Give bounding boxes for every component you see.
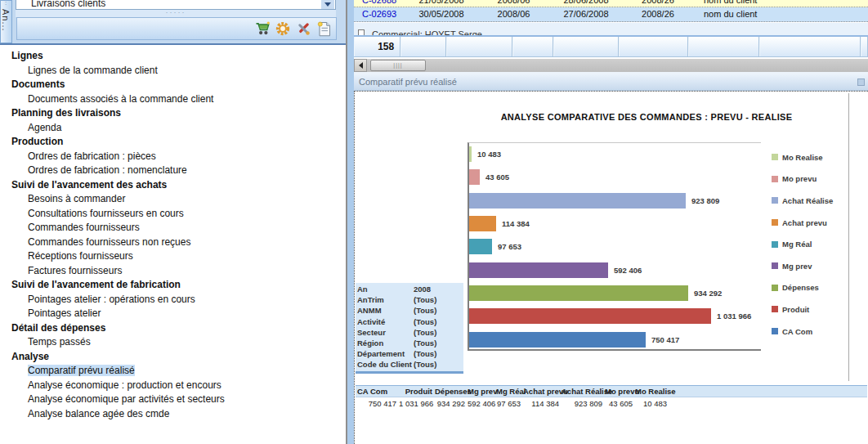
chart-bar-row: 114 384 (469, 216, 530, 231)
menu-header[interactable]: Planning des livraisons (0, 106, 346, 121)
filter-value: (Tous) (414, 317, 436, 328)
menu-item[interactable]: Documents associés à la commande client (0, 92, 346, 107)
filter-row[interactable]: Activité(Tous) (356, 317, 463, 328)
collapsed-pane-tab[interactable]: : An... (0, 0, 12, 43)
menu-header[interactable]: Détail des dépenses (0, 321, 346, 336)
cell-id: C-02688 (354, 0, 405, 7)
menu-label: Ordres de fabrication : pièces (28, 150, 156, 162)
chart-panel: ANALYSE COMPARATIVE DES COMMANDES : PREV… (354, 91, 868, 444)
legend-swatch-icon (772, 197, 778, 204)
menu-header[interactable]: Documents (0, 78, 346, 92)
menu-label: Planning des livraisons (11, 107, 121, 119)
bar-value-label: 43 605 (485, 173, 509, 182)
filter-row[interactable]: An2008 (356, 285, 463, 295)
filter-row[interactable]: ANMM(Tous) (356, 306, 463, 316)
group-row[interactable]: Commercial: HOYET Serge (354, 23, 868, 37)
scrollbar-thumb[interactable]: |||| (370, 60, 426, 71)
menu-item[interactable]: Pointages atelier (0, 307, 346, 321)
horizontal-scrollbar[interactable]: |||| (354, 59, 868, 72)
pivot-value-cell: 43 605 (605, 397, 635, 410)
bar-value-label: 592 406 (614, 266, 642, 275)
menu-item[interactable]: Analyse économique par activités et sect… (0, 392, 346, 407)
row-cells: C-0268821/05/20082008/0628/06/20082008/2… (354, 0, 868, 7)
splitter-dots-icon[interactable]: ····· (16, 10, 336, 17)
menu-item[interactable]: Comparatif prévu réalisé (0, 364, 346, 379)
toolbar (16, 17, 337, 40)
filter-row[interactable]: Région(Tous) (356, 339, 463, 349)
menu-header[interactable]: Analyse (0, 350, 346, 365)
pivot-value-cell: 923 809 (562, 397, 605, 410)
menu-item[interactable]: Ordres de fabrication : nomenclature (0, 164, 346, 178)
report-panel-title: Comparatif prévu réalisé (359, 77, 457, 87)
chart-bar-row: 592 406 (469, 262, 642, 278)
summary-cell (400, 37, 446, 56)
legend-label: Achat prevu (782, 218, 827, 227)
pivot-header-cell: Achat prevu (523, 386, 562, 397)
menu-header[interactable]: Suivi de l'avancement des achats (0, 178, 346, 193)
menu-item[interactable]: Commandes fournisseurs (0, 221, 346, 235)
menu-label: Lignes (11, 50, 43, 61)
legend-swatch-icon (772, 285, 778, 291)
table-row[interactable]: C-0269330/05/20082008/0627/06/20082008/2… (354, 7, 868, 22)
menu-label: Documents associés à la commande client (28, 93, 213, 105)
group-expand-checkbox[interactable] (358, 29, 365, 36)
menu-item[interactable]: Lignes de la commande client (0, 64, 346, 78)
gear-icon[interactable] (275, 20, 291, 37)
menu-item[interactable]: Agenda (0, 121, 346, 136)
legend-entry: Achat prevu (772, 212, 833, 234)
legend-label: Mg Réal (782, 240, 812, 249)
summary-row: 158 (354, 37, 868, 57)
filter-value: 2008 (414, 285, 431, 295)
menu-label: Suivi de l'avancement de fabrication (11, 279, 181, 290)
chart-bar (469, 193, 686, 209)
table-row[interactable]: C-0268821/05/20082008/0628/06/20082008/2… (354, 0, 868, 7)
tools-icon[interactable] (295, 20, 311, 37)
cart-icon[interactable] (254, 20, 271, 37)
report-icon[interactable] (315, 20, 332, 37)
menu-item[interactable]: Analyse balance agée des cmde (0, 407, 346, 422)
panel-resize-button[interactable] (857, 78, 865, 86)
menu-item[interactable]: Réceptions fournisseurs (0, 249, 346, 264)
scroll-left-arrow-icon[interactable] (354, 59, 367, 72)
filter-row[interactable]: Code du Client(Tous) (356, 360, 463, 370)
menu-item[interactable]: Analyse économique : production et encou… (0, 379, 346, 393)
legend-entry: Achat Réalise (772, 190, 833, 212)
summary-cell (619, 37, 688, 56)
legend-swatch-icon (772, 241, 778, 248)
legend-swatch-icon (772, 328, 778, 334)
menu-label: Temps passés (28, 336, 91, 348)
legend-entry: Mo prevu (772, 168, 833, 191)
legend-label: Dépenses (782, 283, 819, 292)
filter-label: An (356, 285, 414, 295)
menu-item[interactable]: Temps passés (0, 335, 346, 350)
pivot-value-cell: 114 384 (523, 397, 562, 410)
cell-date2: 28/06/2008 (549, 0, 623, 7)
summary-cell (861, 37, 868, 56)
menu-header[interactable]: Suivi de l'avancement de fabrication (0, 278, 346, 293)
legend-label: Mo Realise (782, 153, 823, 162)
menu-item[interactable]: Commandes fournisseurs non reçues (0, 235, 346, 250)
pivot-value-cell: 1 031 966 (399, 397, 435, 410)
chevron-down-icon[interactable] (321, 0, 334, 9)
menu-label: Production (11, 136, 63, 147)
bar-value-label: 750 417 (651, 335, 679, 344)
menu-label: Comparatif prévu réalisé (28, 365, 135, 376)
left-pane-header: : An... Livraisons clients ····· (0, 0, 347, 45)
filter-row[interactable]: Département(Tous) (356, 349, 463, 360)
cell-client: nom du client (693, 8, 832, 20)
menu-item[interactable]: Factures fournisseurs (0, 264, 346, 279)
filter-row[interactable]: AnTrim(Tous) (356, 295, 463, 306)
chart-bar (469, 169, 480, 185)
menu-label: Analyse (11, 351, 49, 362)
group-row-label: Commercial: HOYET Serge (372, 29, 482, 37)
filter-row[interactable]: Secteur(Tous) (356, 328, 463, 339)
menu-header[interactable]: Lignes (0, 49, 346, 64)
chart-bar (469, 262, 608, 278)
pivot-value-cell: 750 417 (356, 397, 399, 410)
menu-header[interactable]: Production (0, 135, 346, 150)
menu-item[interactable]: Ordres de fabrication : pièces (0, 150, 346, 164)
menu-item[interactable]: Besoins à commander (0, 192, 346, 207)
pivot-header-cell (669, 386, 867, 397)
menu-item[interactable]: Pointages atelier : opérations en cours (0, 293, 346, 307)
menu-item[interactable]: Consultations fournisseurs en cours (0, 207, 346, 222)
